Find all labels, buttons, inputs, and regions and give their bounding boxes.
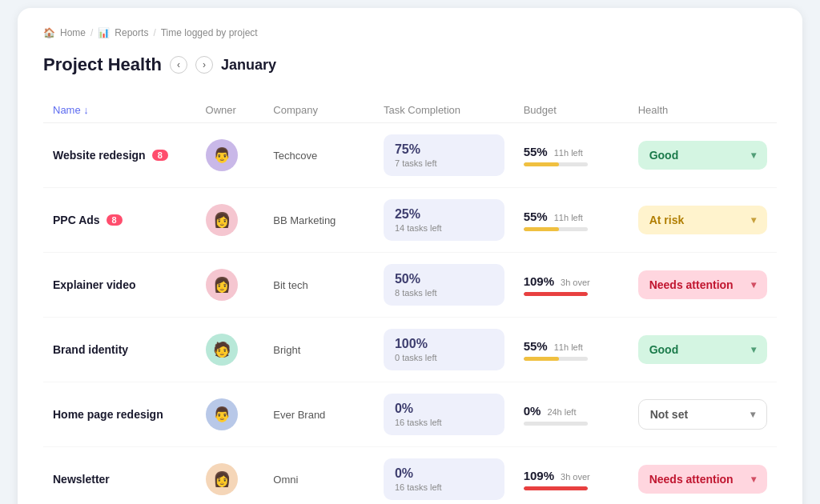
home-link[interactable]: Home — [60, 27, 86, 38]
project-name-cell: Website redesign 8 — [43, 123, 196, 188]
task-completion-cell: 0% 16 tasks left — [374, 447, 514, 505]
project-name-text: Website redesign — [53, 149, 146, 162]
health-badge[interactable]: Needs attention ▾ — [638, 270, 767, 299]
company-name: Omni — [273, 474, 298, 486]
health-cell: Good ▾ — [629, 318, 777, 382]
health-cell: Needs attention ▾ — [629, 253, 777, 318]
col-header-health[interactable]: Health — [629, 98, 777, 123]
owner-cell: 👨 — [196, 382, 264, 447]
task-pct: 0% — [395, 402, 493, 416]
chevron-down-icon: ▾ — [751, 150, 756, 161]
task-completion-cell: 0% 16 tasks left — [374, 382, 514, 447]
budget-pct: 55% — [524, 210, 548, 223]
project-name-text: PPC Ads — [53, 214, 100, 226]
budget-progress-bg — [524, 227, 588, 231]
task-sub: 14 tasks left — [395, 223, 493, 233]
col-header-budget[interactable]: Budget — [514, 98, 629, 123]
company-name: BB Marketing — [273, 214, 336, 226]
month-label: January — [221, 57, 276, 74]
company-name: Ever Brand — [273, 409, 325, 421]
health-label: Good — [649, 343, 679, 356]
company-name: Bit tech — [273, 279, 308, 291]
health-label: Good — [649, 149, 679, 162]
breadcrumb-current: Time logged by project — [161, 27, 258, 38]
owner-cell: 👨 — [196, 123, 264, 188]
chevron-down-icon: ▾ — [750, 409, 755, 420]
project-name-text: Home page redesign — [53, 408, 163, 421]
sep2: / — [153, 27, 155, 38]
budget-sub: 3h over — [561, 278, 590, 287]
company-name: Techcove — [273, 150, 317, 162]
avatar: 👨 — [206, 139, 238, 171]
company-cell: Techcove — [263, 123, 374, 188]
col-header-name[interactable]: Name ↓ — [43, 98, 196, 123]
project-name-cell: Newsletter — [43, 447, 196, 505]
budget-progress-bg — [524, 422, 588, 426]
sep1: / — [90, 27, 93, 38]
task-sub: 7 tasks left — [395, 158, 493, 168]
budget-progress-bg — [524, 292, 588, 296]
project-health-table: Name ↓ Owner Company Task Completion Bud… — [43, 98, 777, 504]
owner-cell: 👩 — [196, 188, 264, 253]
task-completion-cell: 50% 8 tasks left — [374, 253, 514, 318]
task-pct: 75% — [395, 142, 493, 157]
budget-sub: 11h left — [554, 148, 583, 158]
budget-cell: 0% 24h left — [514, 382, 629, 447]
budget-progress-bg — [524, 486, 588, 490]
company-cell: Bit tech — [263, 253, 374, 318]
budget-progress-bg — [524, 162, 588, 166]
health-badge[interactable]: Not set ▾ — [638, 399, 767, 430]
chevron-down-icon: ▾ — [751, 279, 756, 290]
budget-pct: 55% — [524, 145, 548, 158]
task-pct: 0% — [395, 466, 493, 481]
company-name: Bright — [273, 344, 300, 356]
budget-progress-fill — [524, 486, 588, 490]
health-badge[interactable]: At risk ▾ — [638, 206, 767, 234]
task-pct: 50% — [395, 272, 493, 286]
avatar: 👨 — [206, 398, 238, 430]
health-cell: Needs attention ▾ — [629, 447, 777, 505]
col-header-company[interactable]: Company — [263, 98, 374, 123]
health-badge[interactable]: Good ▾ — [638, 141, 767, 170]
task-pct: 25% — [395, 207, 493, 222]
task-completion-cell: 100% 0 tasks left — [374, 318, 514, 382]
avatar: 👩 — [206, 204, 238, 236]
budget-cell: 55% 11h left — [514, 123, 629, 188]
health-cell: At risk ▾ — [629, 188, 777, 253]
task-sub: 8 tasks left — [395, 288, 493, 298]
health-cell: Good ▾ — [629, 123, 777, 188]
avatar: 👩 — [206, 269, 238, 301]
health-label: At risk — [649, 214, 685, 226]
budget-sub: 11h left — [554, 213, 583, 222]
health-cell: Not set ▾ — [629, 382, 777, 447]
budget-pct: 109% — [524, 469, 554, 482]
budget-cell: 55% 11h left — [514, 318, 629, 382]
avatar: 👩 — [206, 463, 238, 495]
col-header-owner[interactable]: Owner — [196, 98, 264, 123]
next-month-button[interactable]: › — [195, 56, 213, 74]
health-badge[interactable]: Good ▾ — [638, 335, 767, 364]
breadcrumb: 🏠 Home / 📊 Reports / Time logged by proj… — [43, 27, 777, 38]
prev-month-button[interactable]: ‹ — [170, 56, 187, 74]
health-badge[interactable]: Needs attention ▾ — [638, 465, 767, 494]
table-row: Newsletter 👩 Omni 0% 16 tasks left 109% … — [43, 447, 777, 505]
project-name-text: Newsletter — [53, 473, 110, 486]
owner-cell: 👩 — [196, 447, 264, 505]
col-header-task[interactable]: Task Completion — [374, 98, 514, 123]
project-badge: 8 — [152, 150, 168, 161]
table-row: Explainer video 👩 Bit tech 50% 8 tasks l… — [43, 253, 777, 318]
company-cell: Omni — [263, 447, 374, 505]
chevron-down-icon: ▾ — [751, 344, 756, 355]
owner-cell: 🧑 — [196, 318, 264, 382]
health-label: Needs attention — [649, 473, 734, 486]
project-name-text: Brand identity — [53, 343, 128, 356]
budget-progress-fill — [524, 227, 559, 231]
page-header: Project Health ‹ › January — [43, 54, 777, 75]
budget-cell: 55% 11h left — [514, 188, 629, 253]
budget-pct: 0% — [524, 404, 541, 418]
budget-cell: 109% 3h over — [514, 253, 629, 318]
task-pct: 100% — [395, 337, 493, 351]
project-name-cell: PPC Ads 8 — [43, 188, 196, 253]
budget-sub: 3h over — [561, 472, 590, 482]
reports-link[interactable]: Reports — [115, 27, 148, 38]
